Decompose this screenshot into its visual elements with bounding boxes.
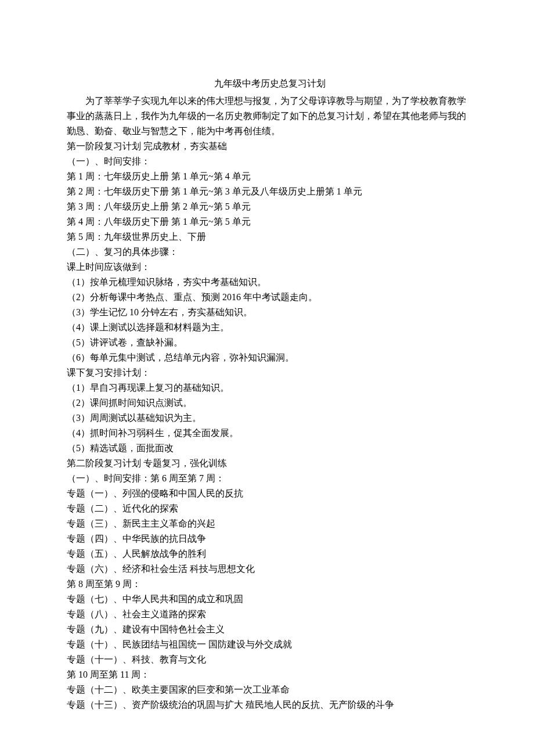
document-line: 专题（五）、人民解放战争的胜利 — [67, 546, 473, 561]
document-title: 九年级中考历史总复习计划 — [67, 76, 473, 91]
document-line: （5）讲评试卷，查缺补漏。 — [67, 335, 473, 350]
document-line: 专题（十）、民族团结与祖国统一 国防建设与外交成就 — [67, 637, 473, 652]
document-line: （3）学生记忆 10 分钟左右，夯实基础知识。 — [67, 305, 473, 320]
document-line: （2）课间抓时间知识点测试。 — [67, 395, 473, 411]
document-line: 专题（三）、新民主主义革命的兴起 — [67, 516, 473, 531]
document-line: 专题（九）、建设有中国特色社会主义 — [67, 622, 473, 637]
document-line: 第 4 周：八年级历史下册 第 1 单元~第 5 单元 — [67, 214, 473, 229]
document-line: （一）、时间安排： — [67, 154, 473, 169]
document-line: 第 2 周：七年级历史下册 第 1 单元~第 3 单元及八年级历史上册第 1 单… — [67, 184, 473, 199]
document-line: 第 10 周至第 11 周： — [67, 667, 473, 682]
document-line: 课上时间应该做到： — [67, 260, 473, 275]
document-line: （4）抓时间补习弱科生，促其全面发展。 — [67, 426, 473, 441]
document-line: 课下复习安排计划： — [67, 365, 473, 380]
document-line: 第 8 周至第 9 周： — [67, 577, 473, 592]
document-line: 专题（十一）、科技、教育与文化 — [67, 652, 473, 667]
document-line: 专题（十三）、资产阶级统治的巩固与扩大 殖民地人民的反抗、无产阶级的斗争 — [67, 697, 473, 712]
document-line: 专题（六）、经济和社会生活 科技与思想文化 — [67, 561, 473, 577]
document-line: 第 5 周：九年级世界历史上、下册 — [67, 229, 473, 244]
document-line: （一）、时间安排：第 6 周至第 7 周： — [67, 471, 473, 486]
document-intro: 为了莘莘学子实现九年以来的伟大理想与报复，为了父母谆谆教导与期望，为了学校教育教… — [67, 93, 473, 139]
document-line: （4）课上测试以选择题和材料题为主。 — [67, 320, 473, 335]
document-line: （1）按单元梳理知识脉络，夯实中考基础知识。 — [67, 275, 473, 290]
document-line: （6）每单元集中测试，总结单元内容，弥补知识漏洞。 — [67, 350, 473, 365]
document-line: 专题（七）、中华人民共和国的成立和巩固 — [67, 592, 473, 607]
document-line: 第二阶段复习计划 专题复习，强化训练 — [67, 456, 473, 471]
document-line: 专题（十二）、欧美主要国家的巨变和第一次工业革命 — [67, 682, 473, 697]
document-line: 第 3 周：八年级历史上册 第 2 单元~第 5 单元 — [67, 199, 473, 214]
document-line: （3）周周测试以基础知识为主。 — [67, 411, 473, 426]
document-line: 专题（二）、近代化的探索 — [67, 501, 473, 516]
document-line: 专题（四）、中华民族的抗日战争 — [67, 531, 473, 546]
document-line: 专题（八）、社会主义道路的探索 — [67, 607, 473, 622]
document-line: （2）分析每课中考热点、重点、预测 2016 年中考试题走向。 — [67, 290, 473, 305]
document-line: （5）精选试题，面批面改 — [67, 441, 473, 456]
document-line: （二）、复习的具体步骤： — [67, 244, 473, 260]
document-line: 专题（一）、列强的侵略和中国人民的反抗 — [67, 486, 473, 501]
document-body: 第一阶段复习计划 完成教材，夯实基础（一）、时间安排：第 1 周：七年级历史上册… — [67, 139, 473, 712]
document-page: 九年级中考历史总复习计划 为了莘莘学子实现九年以来的伟大理想与报复，为了父母谆谆… — [0, 0, 534, 756]
document-line: 第 1 周：七年级历史上册 第 1 单元~第 4 单元 — [67, 169, 473, 184]
document-line: 第一阶段复习计划 完成教材，夯实基础 — [67, 139, 473, 154]
document-line: （1）早自习再现课上复习的基础知识。 — [67, 380, 473, 395]
